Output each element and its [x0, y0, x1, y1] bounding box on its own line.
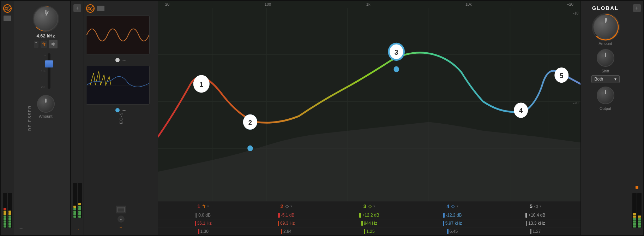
band3-number[interactable]: 3: [363, 203, 366, 209]
fader-area: – 10– 20–: [41, 50, 50, 92]
eq-plus-btn[interactable]: +: [119, 225, 122, 230]
vu-meter-output-right: [637, 193, 642, 228]
eq-thumbnail-bottom: [86, 66, 150, 105]
band4-shape[interactable]: ◇: [451, 203, 455, 209]
band5-number[interactable]: 5: [530, 203, 532, 209]
svg-text:4: 4: [519, 107, 523, 115]
nav-dot-white: [115, 58, 120, 62]
band1-freq-value: 36.1 Hz: [197, 221, 212, 226]
band3-gain-indicator: [359, 213, 361, 218]
filter-lowshelf-btn[interactable]: ˜: [34, 41, 38, 48]
band2-number[interactable]: 2: [280, 203, 283, 209]
add-left-btn[interactable]: +: [73, 4, 81, 12]
band4-gain-indicator: [443, 213, 445, 218]
band5-gain-cell: +10.4 dB: [494, 213, 577, 218]
band2-header: 2 ◇ ▾: [245, 203, 327, 209]
band5-gain-indicator: [525, 213, 527, 218]
band2-gain-value: -5.1 dB: [281, 213, 295, 218]
global-output-knob[interactable]: [597, 87, 614, 104]
eq-folder-btn[interactable]: [97, 6, 104, 11]
deesser-controls: 4.62 kHz ˜ ⁴r – 10– 20–: [17, 4, 67, 118]
vu-meter-right: [8, 193, 12, 228]
deesser-amount-knob[interactable]: [37, 95, 55, 113]
band5-freq-value: 13.3 kHz: [528, 221, 545, 226]
key-output-btn[interactable]: ⊸: [18, 225, 25, 232]
both-selector[interactable]: Both ▾: [591, 75, 620, 83]
monitor-btn[interactable]: [49, 40, 58, 48]
band1-dropdown[interactable]: ▾: [207, 204, 209, 208]
band5-q-value: 1.27: [532, 229, 541, 234]
global-amount-knob[interactable]: [593, 14, 618, 39]
band5-freq-indicator: [526, 221, 527, 226]
both-label: Both: [595, 77, 603, 82]
band2-shape[interactable]: ◇: [285, 203, 289, 209]
band3-freq-value: 944 Hz: [364, 221, 377, 226]
global-shift-knob[interactable]: [597, 49, 614, 67]
eq-controls-section: 1 ⁴r ▾ 2 ◇ ▾ 3 ◇ ▾ 4: [158, 201, 580, 235]
band5-freq-cell: 13.3 kHz: [494, 221, 577, 226]
nav-arrow-right[interactable]: →: [122, 57, 127, 63]
band-headers-row: 1 ⁴r ▾ 2 ◇ ▾ 3 ◇ ▾ 4: [158, 201, 580, 211]
arrow-right-btn[interactable]: →: [75, 226, 80, 232]
band1-gain-value: 0.0 dB: [198, 213, 211, 218]
eq-nav-top[interactable]: →: [86, 56, 156, 64]
freq-label-10k: 10k: [465, 2, 472, 6]
band2-gain-indicator: [278, 213, 280, 218]
eq-svg-graph: 1 2 3 4 5: [158, 8, 580, 201]
eq-graph: 20 100 1k 10k +20 -10 -20: [158, 1, 580, 201]
band2-dropdown[interactable]: ▾: [290, 204, 292, 208]
left-folder-button[interactable]: [4, 16, 11, 21]
band3-header: 3 ◇ ▾: [328, 203, 411, 209]
svg-text:3: 3: [395, 48, 398, 56]
band1-number[interactable]: 1: [197, 203, 200, 209]
deesser-panel: DE-ESSER 4.62 kHz ˜ ⁴r: [14, 1, 71, 235]
both-dropdown-icon: ▾: [614, 77, 616, 82]
svg-marker-3: [52, 42, 54, 46]
global-amount-label: Amount: [599, 41, 612, 46]
fader-thumb[interactable]: [45, 60, 53, 67]
band3-dropdown[interactable]: ▾: [373, 204, 375, 208]
scale-marks: – 10– 20–: [41, 53, 46, 89]
filter-controls: ˜ ⁴r: [34, 40, 58, 48]
band3-q-cell: 1.25: [328, 229, 411, 234]
band4-freq-indicator: [443, 221, 444, 226]
band4-gain-value: -12.2 dB: [446, 213, 462, 218]
band4-dropdown[interactable]: ▾: [457, 204, 458, 208]
deesser-label: DE-ESSER: [28, 105, 32, 131]
band1-shape[interactable]: ⁴r: [202, 203, 205, 209]
filter-highpass-btn[interactable]: ⁴r: [41, 41, 47, 48]
band3-shape[interactable]: ◇: [368, 203, 372, 209]
band4-q-value: 6.45: [450, 229, 458, 234]
band1-q-indicator: [198, 229, 199, 234]
eq-panel-label: EQ-5: [119, 112, 123, 124]
add-right-btn[interactable]: +: [633, 4, 641, 12]
band5-shape[interactable]: ◁: [534, 203, 538, 209]
deesser-frequency-knob[interactable]: [34, 6, 58, 31]
band4-header: 4 ◇ ▾: [411, 203, 494, 209]
eq-power-btn[interactable]: [86, 4, 95, 13]
band2-dot[interactable]: [247, 146, 253, 152]
right-indicator: [636, 186, 638, 189]
band5-q-indicator: [530, 229, 531, 234]
left-strip: [1, 1, 14, 235]
band2-q-value: 2.84: [283, 229, 291, 234]
eq-thumbnail-top: [86, 16, 150, 54]
eq-window-btn[interactable]: [116, 206, 126, 213]
left-power-button[interactable]: [3, 4, 12, 13]
band4-number[interactable]: 4: [446, 203, 449, 209]
middle-strip-left: + →: [71, 1, 84, 235]
vu-meter-mid-left: [73, 183, 77, 218]
freq-label-plus20: +20: [567, 2, 573, 6]
band5-dropdown[interactable]: ▾: [540, 204, 541, 208]
eq-small-btn[interactable]: ●: [118, 216, 125, 223]
main-container: DE-ESSER 4.62 kHz ˜ ⁴r: [0, 0, 644, 236]
freq-label-100: 100: [265, 2, 271, 6]
band2-freq-indicator: [278, 221, 279, 226]
band2-freq-value: 69.3 Hz: [280, 221, 295, 226]
svg-text:1: 1: [200, 81, 204, 88]
band2-freq-cell: 69.3 Hz: [245, 221, 327, 226]
band1-q-value: 1.30: [200, 229, 209, 234]
fader-track[interactable]: [48, 53, 50, 89]
amount-label: Amount: [39, 114, 53, 118]
band4-freq-value: 5.97 kHz: [445, 221, 462, 226]
